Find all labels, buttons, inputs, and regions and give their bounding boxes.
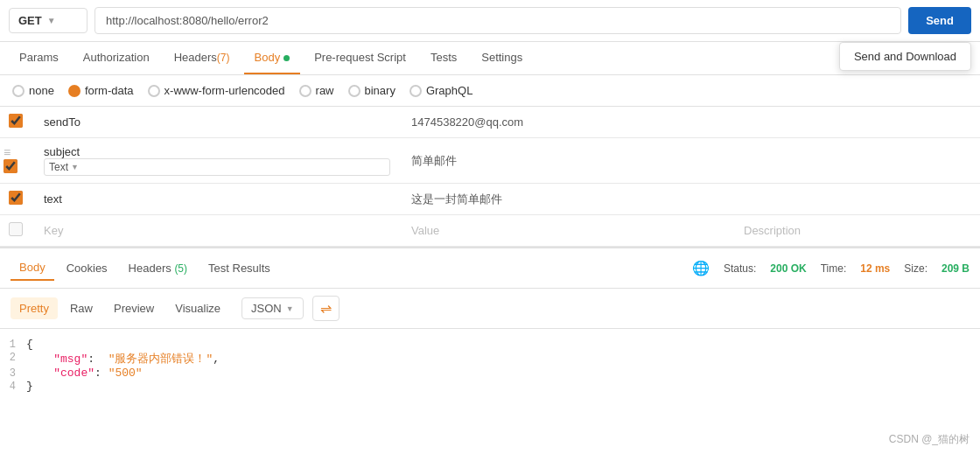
resp-tab-body[interactable]: Body [10,255,54,281]
code-content-1: { [26,338,980,351]
line-num-4: 4 [0,380,26,393]
row4-key: Key [33,215,401,247]
option-raw[interactable]: raw [299,84,334,97]
option-form-data[interactable]: form-data [68,84,134,97]
json-chevron-icon: ▼ [286,304,294,313]
table-row: sendTo 1474538220@qq.com [0,107,980,138]
row1-value: 1474538220@qq.com [401,107,733,138]
row3-value: 这是一封简单邮件 [401,184,733,215]
fmt-raw[interactable]: Raw [61,297,102,319]
type-select[interactable]: Text ▼ [44,158,390,176]
tab-pre-request[interactable]: Pre-request Script [304,42,416,74]
code-line-1: 1 { [0,338,980,351]
globe-icon: 🌐 [692,260,710,276]
radio-none [12,85,24,97]
tab-tests[interactable]: Tests [420,42,467,74]
drag-handle-icon[interactable]: ≡ [4,145,10,159]
params-table: sendTo 1474538220@qq.com ≡ subject Te [0,107,980,247]
tab-headers[interactable]: Headers(7) [164,42,241,74]
response-code: 1 { 2 "msg": "服务器内部错误！", 3 "code": "500"… [0,329,980,402]
line-num-1: 1 [0,338,26,351]
code-line-3: 3 "code": "500" [0,367,980,380]
radio-graphql [410,85,422,97]
row2-value: 简单邮件 [401,138,733,184]
radio-binary [348,85,360,97]
line-num-3: 3 [0,367,26,380]
type-chevron-icon: ▼ [71,163,79,171]
row4-checkbox[interactable] [9,222,23,236]
resp-tab-test-results[interactable]: Test Results [200,256,279,280]
row1-description [733,107,980,138]
table-row: text 这是一封简单邮件 [0,184,980,215]
fmt-preview[interactable]: Preview [105,297,163,319]
row1-key: sendTo [33,107,401,138]
fmt-pretty[interactable]: Pretty [10,297,58,319]
row2-checkbox[interactable] [4,159,18,173]
method-chevron-icon: ▼ [47,16,56,25]
tab-params[interactable]: Params [9,42,69,74]
row3-key: text [33,184,401,215]
body-options: none form-data x-www-form-urlencoded raw… [0,75,980,107]
tab-settings[interactable]: Settings [471,42,533,74]
status-value: 200 OK [770,262,806,275]
format-bar: Pretty Raw Preview Visualize JSON ▼ ⇌ [0,289,980,329]
row3-description [733,184,980,215]
time-label: Time: [821,262,847,275]
table-row: ≡ subject Text ▼ 简单邮件 [0,138,980,184]
code-content-2: "msg": "服务器内部错误！", [26,351,980,367]
app-container: GET ▼ Send Send and Download Params Auth… [0,0,980,454]
row1-checkbox[interactable] [9,114,23,128]
tab-authorization[interactable]: Authorization [73,42,160,74]
radio-raw [299,85,312,97]
method-value: GET [18,14,42,27]
line-num-2: 2 [0,351,26,364]
code-line-4: 4 } [0,380,980,393]
option-none[interactable]: none [12,84,54,97]
radio-form-data [68,85,80,97]
row3-checkbox[interactable] [9,191,23,205]
request-tabs: Params Authorization Headers(7) Body Pre… [0,42,980,75]
row4-description: Description [733,215,980,247]
radio-x-www [148,85,160,97]
row4-value: Value [401,215,733,247]
table-row-empty: Key Value Description [0,215,980,247]
code-line-2: 2 "msg": "服务器内部错误！", [0,351,980,367]
body-active-dot [284,55,290,61]
fmt-visualize[interactable]: Visualize [166,297,229,319]
time-value: 12 ms [860,262,890,275]
status-label: Status: [724,262,756,275]
size-label: Size: [904,262,928,275]
wrap-button[interactable]: ⇌ [312,296,340,321]
send-button[interactable]: Send [908,7,971,34]
option-binary[interactable]: binary [348,84,396,97]
footer-credit: CSDN @_猫的树 [889,432,970,447]
code-content-4: } [26,380,980,393]
code-content-3: "code": "500" [26,367,980,380]
request-bar: GET ▼ Send Send and Download [0,0,980,42]
option-graphql[interactable]: GraphQL [410,84,472,97]
row2-key: subject Text ▼ [33,138,401,184]
resp-tab-cookies[interactable]: Cookies [58,256,116,280]
json-format-select[interactable]: JSON ▼ [242,297,304,319]
resp-tab-headers[interactable]: Headers (5) [120,256,196,280]
option-x-www[interactable]: x-www-form-urlencoded [148,84,285,97]
tab-body[interactable]: Body [244,42,301,74]
response-meta: 🌐 Status: 200 OK Time: 12 ms Size: 209 B [692,260,970,276]
method-select[interactable]: GET ▼ [9,8,88,33]
url-input[interactable] [94,7,901,34]
send-download-dropdown[interactable]: Send and Download [839,42,971,71]
size-value: 209 B [942,262,970,275]
row2-description [733,138,980,184]
response-bar: Body Cookies Headers (5) Test Results 🌐 … [0,247,980,289]
